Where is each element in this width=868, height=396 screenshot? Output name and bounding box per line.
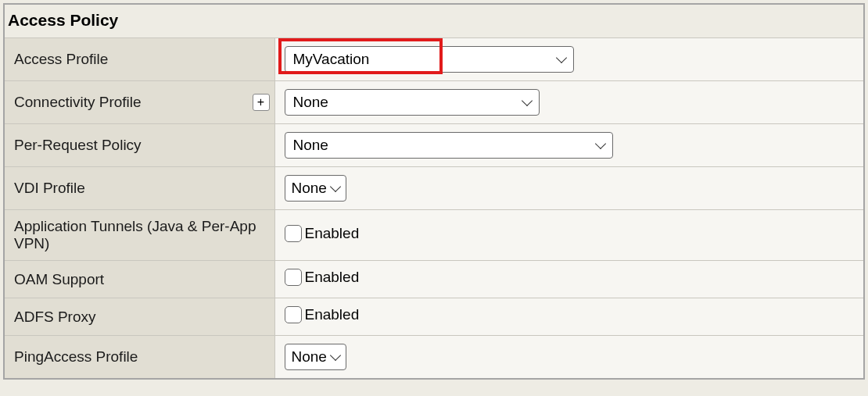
adfs-proxy-checkbox-label: Enabled [285, 306, 360, 323]
label-pingaccess-profile: PingAccess Profile [5, 336, 274, 379]
app-tunnels-checkbox-label: Enabled [285, 225, 360, 242]
panel-title: Access Policy [5, 5, 863, 37]
access-policy-panel: Access Policy Access Profile MyVacation … [3, 3, 865, 380]
pingaccess-profile-select[interactable]: None [285, 344, 346, 370]
oam-support-checkbox-text: Enabled [305, 269, 360, 286]
chevron-down-icon [594, 138, 605, 149]
row-app-tunnels: Application Tunnels (Java & Per-App VPN)… [5, 210, 863, 261]
row-pingaccess-profile: PingAccess Profile None [5, 336, 863, 379]
connectivity-profile-value: None [293, 94, 328, 111]
oam-support-checkbox[interactable] [285, 269, 302, 286]
per-request-policy-select[interactable]: None [285, 132, 613, 159]
pingaccess-profile-value: None [292, 348, 327, 366]
row-vdi-profile: VDI Profile None [5, 167, 863, 210]
label-access-profile: Access Profile [5, 38, 274, 81]
vdi-profile-select[interactable]: None [285, 175, 346, 202]
app-tunnels-checkbox-text: Enabled [305, 225, 360, 242]
adfs-proxy-checkbox[interactable] [285, 306, 302, 323]
chevron-down-icon [330, 181, 341, 192]
access-profile-value: MyVacation [293, 51, 370, 68]
chevron-down-icon [521, 95, 532, 106]
label-per-request-policy: Per-Request Policy [5, 124, 274, 167]
row-connectivity-profile: Connectivity Profile + None [5, 81, 863, 124]
form-table: Access Profile MyVacation Connectivity P… [5, 37, 863, 378]
row-adfs-proxy: ADFS Proxy Enabled [5, 298, 863, 336]
label-oam-support: OAM Support [5, 261, 274, 298]
per-request-policy-value: None [293, 137, 328, 154]
app-tunnels-checkbox[interactable] [285, 225, 302, 242]
label-vdi-profile: VDI Profile [5, 167, 274, 210]
label-connectivity-profile: Connectivity Profile [14, 94, 142, 110]
chevron-down-icon [555, 52, 566, 63]
add-connectivity-profile-button[interactable]: + [253, 94, 270, 111]
chevron-down-icon [330, 350, 341, 361]
connectivity-profile-select[interactable]: None [285, 89, 540, 116]
vdi-profile-value: None [292, 180, 327, 197]
label-adfs-proxy: ADFS Proxy [5, 298, 274, 336]
row-access-profile: Access Profile MyVacation [5, 38, 863, 81]
label-app-tunnels: Application Tunnels (Java & Per-App VPN) [5, 210, 274, 261]
access-profile-select[interactable]: MyVacation [285, 46, 574, 73]
row-per-request-policy: Per-Request Policy None [5, 124, 863, 167]
oam-support-checkbox-label: Enabled [285, 269, 360, 286]
adfs-proxy-checkbox-text: Enabled [305, 306, 360, 323]
row-oam-support: OAM Support Enabled [5, 261, 863, 298]
